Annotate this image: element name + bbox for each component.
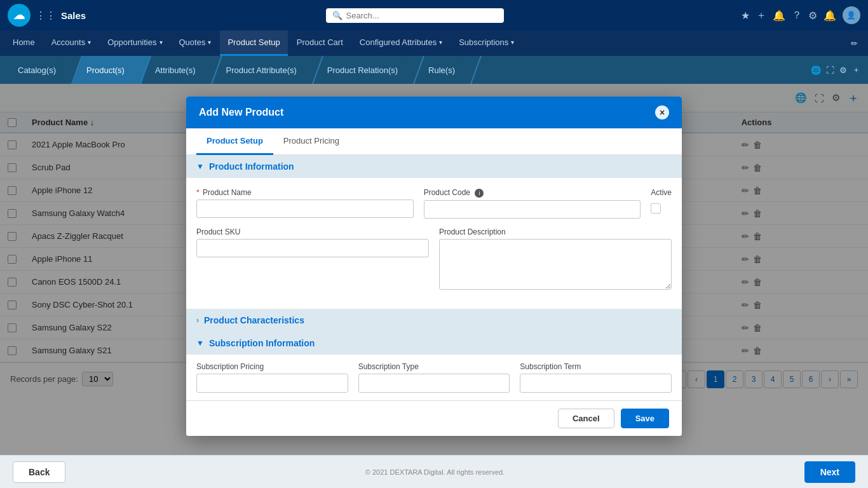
crumb-catalogs[interactable]: Catalog(s) [0,56,69,84]
nav-configured-attributes[interactable]: Configured Attributes ▾ [352,30,450,56]
product-characteristics-title: Product Characteristics [204,315,304,325]
nav-product-setup[interactable]: Product Setup [220,30,287,56]
nav-product-cart-label: Product Cart [297,37,343,47]
nav-home-label: Home [13,37,35,47]
form-row-2: Product SKU Product Description [196,227,672,290]
crumb-product-relations[interactable]: Product Relation(s) [309,56,410,84]
subscription-fields: Subscription Pricing Subscription Type S… [186,355,682,400]
product-code-label: Product Code i [424,188,641,198]
save-button[interactable]: Save [621,409,669,428]
crumb-attributes-label: Attribute(s) [155,65,196,75]
crumb-product-attributes[interactable]: Product Attribute(s) [208,56,309,84]
breadcrumb-bar: Catalog(s) Product(s) Attribute(s) Produ… [0,56,868,84]
nav-quotes-label: Quotes [179,37,206,47]
modal-footer: Cancel Save [186,400,682,436]
nav-home[interactable]: Home [5,30,43,56]
product-info-title: Product Information [209,161,294,172]
subscription-term-group: Subscription Term [520,362,672,393]
app-name: Sales [61,10,86,21]
crumb-products-label: Product(s) [86,65,125,75]
form-row-1: * Product Name Product Code i [196,188,672,219]
salesforce-logo: ☁ [8,4,31,27]
nav-opportunities-label: Opportunities [107,37,156,47]
subscription-info-chevron: ▼ [196,339,204,348]
add-icon[interactable]: ＋ [756,9,766,22]
nav-configured-attributes-label: Configured Attributes [360,37,437,47]
product-description-group: Product Description [439,227,672,290]
product-info-content: * Product Name Product Code i [186,178,682,309]
crumb-catalogs-label: Catalog(s) [18,65,56,75]
subscription-pricing-label: Subscription Pricing [196,362,348,371]
help-icon[interactable]: ？ [792,9,802,22]
product-info-chevron: ▼ [196,162,204,171]
active-checkbox[interactable] [651,203,661,214]
globe-icon[interactable]: 🌐 [811,65,821,75]
active-label: Active [651,188,672,197]
tab-product-setup[interactable]: Product Setup [196,128,273,155]
expand-icon[interactable]: ⛶ [826,65,834,75]
nav-opportunities[interactable]: Opportunities ▾ [100,30,170,56]
subscription-term-input[interactable] [520,374,672,393]
avatar[interactable]: 👤 [843,6,860,24]
opportunities-chevron: ▾ [159,39,163,46]
product-name-input[interactable] [196,200,414,218]
modal-header: Add New Product × [186,97,682,128]
subscriptions-chevron: ▾ [511,39,514,46]
nav-subscriptions[interactable]: Subscriptions ▾ [451,30,522,56]
cancel-button[interactable]: Cancel [558,409,614,428]
bell-icon[interactable]: 🔔 [773,10,785,22]
subscription-info-section-header[interactable]: ▼ Subscription Information [186,332,682,355]
crumb-rules-label: Rule(s) [428,65,455,75]
crumb-product-relations-label: Product Relation(s) [327,65,398,75]
main-content: 🌐 ⛶ ⚙ ＋ Product Name ↓ Pr... Subscriptio… [0,84,868,455]
settings-icon[interactable]: ⚙ [839,65,847,75]
nav-subscriptions-label: Subscriptions [459,37,508,47]
search-input[interactable] [346,11,498,20]
product-description-textarea[interactable] [439,239,672,290]
favorites-icon[interactable]: ★ [741,10,750,22]
subscription-pricing-group: Subscription Pricing [196,362,348,393]
add-breadcrumb-icon[interactable]: ＋ [852,64,860,76]
product-info-section-header[interactable]: ▼ Product Information [186,155,682,178]
product-code-input[interactable] [424,200,641,219]
product-name-label: * Product Name [196,188,414,197]
nav-accounts-label: Accounts [51,37,85,47]
breadcrumb-icons: 🌐 ⛶ ⚙ ＋ [803,56,868,84]
product-characteristics-chevron: › [196,316,199,325]
product-characteristics-section-header[interactable]: › Product Characteristics [186,309,682,332]
next-button[interactable]: Next [804,461,855,483]
settings-icon[interactable]: ⚙ [808,10,817,22]
top-bar: ☁ ⋮⋮ Sales 🔍 ★ ＋ 🔔 ？ ⚙ 🔔 👤 [0,0,868,30]
required-asterisk: * [196,188,200,197]
subscription-pricing-input[interactable] [196,374,348,393]
product-description-label: Product Description [439,227,672,236]
search-bar[interactable]: 🔍 [326,8,504,23]
modal-overlay: Add New Product × Product Setup Product … [0,84,868,455]
product-sku-label: Product SKU [196,227,429,236]
modal-title: Add New Product [199,107,283,118]
product-sku-group: Product SKU [196,227,429,257]
back-button[interactable]: Back [13,461,65,483]
nav-accounts[interactable]: Accounts ▾ [44,30,98,56]
nav-product-setup-label: Product Setup [227,37,280,47]
product-sku-input[interactable] [196,239,429,257]
nav-quotes[interactable]: Quotes ▾ [172,30,219,56]
product-code-group: Product Code i [424,188,641,219]
active-group: Active [651,188,672,214]
modal-close-button[interactable]: × [655,105,669,119]
tab-product-pricing[interactable]: Product Pricing [273,128,349,155]
quotes-chevron: ▾ [208,39,211,46]
top-icon-group: ★ ＋ 🔔 ？ ⚙ 🔔 👤 [741,6,860,24]
nav-product-cart[interactable]: Product Cart [289,30,351,56]
subscription-term-label: Subscription Term [520,362,672,371]
modal-body: ▼ Product Information * Product Name [186,155,682,400]
nav-edit-icon[interactable]: ✏ [846,30,863,56]
grid-icon[interactable]: ⋮⋮ [36,10,56,22]
subscription-type-input[interactable] [358,374,510,393]
bottom-bar: Back © 2021 DEXTARA Digital. All rights … [0,455,868,488]
subscription-info-title: Subscription Information [209,338,315,348]
crumb-product-attributes-label: Product Attribute(s) [226,65,297,75]
notification-icon[interactable]: 🔔 [824,10,836,22]
subscription-type-label: Subscription Type [358,362,510,371]
copyright-text: © 2021 DEXTARA Digital. All rights reser… [365,468,505,476]
